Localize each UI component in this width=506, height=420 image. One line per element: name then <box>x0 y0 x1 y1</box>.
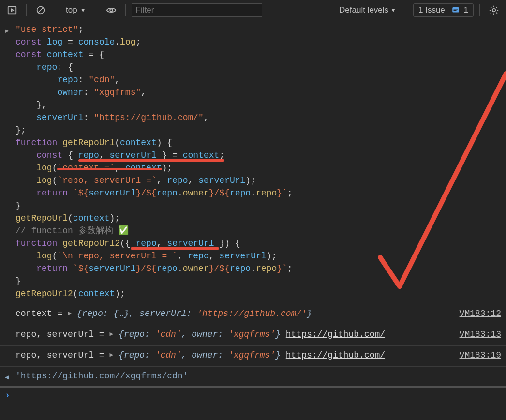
gear-icon <box>489 5 499 15</box>
live-expression-button[interactable] <box>103 3 119 17</box>
log-prefix: repo, serverUrl = <box>15 350 104 360</box>
separator <box>97 4 97 16</box>
console-body: "use strict"; const log = console.log; c… <box>0 20 506 403</box>
context-selector-label: top <box>66 5 77 15</box>
separator <box>407 4 407 16</box>
toggle-console-sidebar-button[interactable] <box>4 3 20 17</box>
console-return-row: 'https://github.com//xgqfrms/cdn' <box>0 367 506 388</box>
url-link[interactable]: https://github.com/ <box>286 330 385 339</box>
filter-input[interactable] <box>132 3 262 17</box>
disclosure-triangle-icon[interactable]: ▶ <box>109 349 113 361</box>
console-log-row: VM183:12 context = ▶ {repo: {…}, serverU… <box>0 304 506 325</box>
disclosure-triangle-icon[interactable]: ▶ <box>68 307 72 320</box>
context-selector[interactable]: top ▼ <box>61 3 91 17</box>
issue-icon <box>451 6 460 15</box>
filter-container <box>132 3 262 17</box>
issues-button[interactable]: 1 Issue: 1 <box>413 3 474 17</box>
console-prompt-row[interactable]: › <box>0 388 506 403</box>
console-toolbar: top ▼ Default levels ▼ 1 Issue: 1 <box>0 0 506 20</box>
eye-icon <box>106 5 117 15</box>
log-prefix: repo, serverUrl = <box>15 330 104 339</box>
log-levels-selector[interactable]: Default levels ▼ <box>334 3 401 17</box>
log-object[interactable]: {repo: 'cdn', owner: 'xgqfrms'} <box>119 350 281 360</box>
issues-label: 1 Issue: <box>418 5 447 15</box>
log-levels-label: Default levels <box>339 5 388 15</box>
log-object[interactable]: {repo: 'cdn', owner: 'xgqfrms'} <box>119 330 281 339</box>
chevron-down-icon: ▼ <box>390 7 396 14</box>
svg-rect-4 <box>452 7 459 13</box>
svg-rect-6 <box>453 10 456 11</box>
separator <box>479 4 480 16</box>
console-log-row: VM183:19 repo, serverUrl = ▶ {repo: 'cdn… <box>0 346 506 367</box>
separator <box>26 4 27 16</box>
separator <box>125 4 126 16</box>
source-link[interactable]: VM183:12 <box>460 307 501 320</box>
separator <box>55 4 55 16</box>
ban-icon <box>35 5 46 15</box>
svg-line-2 <box>38 7 43 12</box>
console-input-row: "use strict"; const log = console.log; c… <box>0 20 506 304</box>
source-code[interactable]: "use strict"; const log = console.log; c… <box>15 23 501 300</box>
svg-point-3 <box>110 9 113 12</box>
play-in-box-icon <box>7 5 17 15</box>
svg-rect-0 <box>8 6 16 14</box>
svg-rect-5 <box>453 9 458 10</box>
chevron-down-icon: ▼ <box>80 7 86 14</box>
console-settings-button[interactable] <box>486 3 502 17</box>
prompt-chevron-icon: › <box>5 390 10 400</box>
disclosure-triangle-icon[interactable]: ▶ <box>109 328 113 341</box>
console-log-row: VM183:13 repo, serverUrl = ▶ {repo: 'cdn… <box>0 325 506 346</box>
return-value[interactable]: 'https://github.com//xgqfrms/cdn' <box>15 371 188 381</box>
return-chevron-icon <box>5 371 9 384</box>
issues-count: 1 <box>464 5 468 15</box>
input-chevron-icon <box>5 25 9 37</box>
svg-point-7 <box>492 8 495 11</box>
source-link[interactable]: VM183:19 <box>460 349 501 361</box>
clear-console-button[interactable] <box>32 3 49 17</box>
url-link[interactable]: https://github.com/ <box>286 350 385 360</box>
log-prefix: context = <box>15 309 62 318</box>
source-link[interactable]: VM183:13 <box>460 328 501 341</box>
log-object[interactable]: {repo: {…}, serverUrl: 'https://github.c… <box>77 309 312 318</box>
